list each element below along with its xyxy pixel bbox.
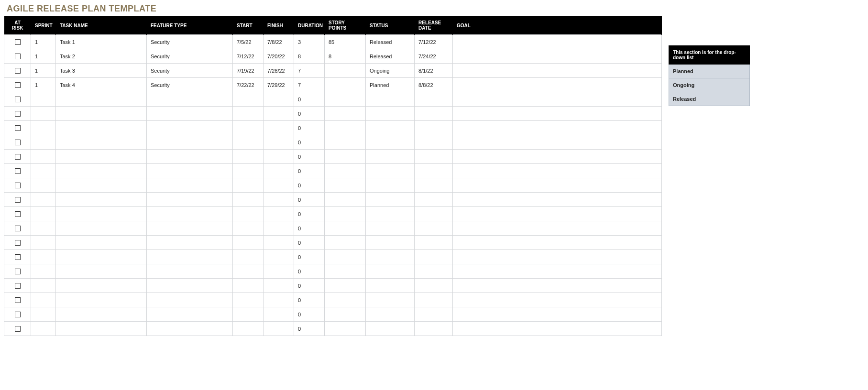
cell-task-name[interactable]: [56, 250, 147, 264]
cell-goal[interactable]: [453, 92, 662, 107]
cell-sprint[interactable]: [31, 264, 56, 279]
cell-at-risk[interactable]: [4, 207, 31, 221]
checkbox-icon[interactable]: [15, 240, 21, 246]
cell-finish[interactable]: [264, 236, 294, 250]
cell-at-risk[interactable]: [4, 221, 31, 236]
cell-duration[interactable]: 0: [294, 264, 325, 279]
cell-task-name[interactable]: [56, 279, 147, 293]
cell-story-points[interactable]: [325, 121, 366, 135]
cell-sprint[interactable]: [31, 121, 56, 135]
cell-finish[interactable]: [264, 279, 294, 293]
cell-feature-type[interactable]: [147, 92, 233, 107]
cell-feature-type[interactable]: [147, 307, 233, 322]
cell-goal[interactable]: [453, 107, 662, 121]
cell-story-points[interactable]: [325, 164, 366, 178]
cell-duration[interactable]: 0: [294, 150, 325, 164]
cell-status[interactable]: [366, 236, 415, 250]
cell-sprint[interactable]: [31, 279, 56, 293]
cell-story-points[interactable]: [325, 322, 366, 336]
cell-start[interactable]: [233, 307, 264, 322]
checkbox-icon[interactable]: [15, 154, 21, 160]
cell-start[interactable]: [233, 107, 264, 121]
cell-release-date[interactable]: [415, 92, 453, 107]
cell-finish[interactable]: 7/20/22: [264, 49, 294, 64]
cell-release-date[interactable]: [415, 207, 453, 221]
cell-status[interactable]: [366, 107, 415, 121]
cell-feature-type[interactable]: Security: [147, 35, 233, 49]
cell-start[interactable]: [233, 279, 264, 293]
checkbox-icon[interactable]: [15, 283, 21, 289]
cell-release-date[interactable]: [415, 164, 453, 178]
cell-start[interactable]: [233, 135, 264, 150]
cell-duration[interactable]: 8: [294, 49, 325, 64]
cell-release-date[interactable]: [415, 293, 453, 307]
cell-start[interactable]: [233, 207, 264, 221]
cell-goal[interactable]: [453, 322, 662, 336]
checkbox-icon[interactable]: [15, 39, 21, 45]
cell-status[interactable]: [366, 307, 415, 322]
cell-status[interactable]: [366, 293, 415, 307]
cell-at-risk[interactable]: [4, 293, 31, 307]
cell-story-points[interactable]: [325, 92, 366, 107]
cell-finish[interactable]: [264, 164, 294, 178]
cell-release-date[interactable]: [415, 250, 453, 264]
cell-at-risk[interactable]: [4, 164, 31, 178]
cell-status[interactable]: Released: [366, 35, 415, 49]
checkbox-icon[interactable]: [15, 97, 21, 102]
cell-task-name[interactable]: [56, 164, 147, 178]
cell-story-points[interactable]: [325, 264, 366, 279]
cell-duration[interactable]: 0: [294, 236, 325, 250]
cell-at-risk[interactable]: [4, 178, 31, 193]
cell-status[interactable]: [366, 150, 415, 164]
cell-task-name[interactable]: [56, 236, 147, 250]
cell-sprint[interactable]: [31, 293, 56, 307]
cell-goal[interactable]: [453, 250, 662, 264]
cell-story-points[interactable]: [325, 135, 366, 150]
cell-duration[interactable]: 0: [294, 92, 325, 107]
cell-finish[interactable]: [264, 264, 294, 279]
checkbox-icon[interactable]: [15, 312, 21, 317]
cell-sprint[interactable]: [31, 193, 56, 207]
checkbox-icon[interactable]: [15, 183, 21, 188]
checkbox-icon[interactable]: [15, 211, 21, 217]
cell-sprint[interactable]: [31, 322, 56, 336]
cell-goal[interactable]: [453, 49, 662, 64]
cell-feature-type[interactable]: [147, 207, 233, 221]
cell-duration[interactable]: 0: [294, 121, 325, 135]
cell-feature-type[interactable]: [147, 250, 233, 264]
checkbox-icon[interactable]: [15, 111, 21, 117]
cell-goal[interactable]: [453, 307, 662, 322]
cell-story-points[interactable]: [325, 107, 366, 121]
cell-start[interactable]: [233, 193, 264, 207]
cell-feature-type[interactable]: Security: [147, 49, 233, 64]
cell-feature-type[interactable]: [147, 279, 233, 293]
cell-goal[interactable]: [453, 135, 662, 150]
cell-story-points[interactable]: [325, 250, 366, 264]
cell-release-date[interactable]: [415, 178, 453, 193]
cell-at-risk[interactable]: [4, 64, 31, 78]
cell-sprint[interactable]: [31, 250, 56, 264]
cell-goal[interactable]: [453, 264, 662, 279]
cell-task-name[interactable]: Task 4: [56, 78, 147, 92]
checkbox-icon[interactable]: [15, 140, 21, 145]
cell-status[interactable]: [366, 207, 415, 221]
cell-release-date[interactable]: 8/8/22: [415, 78, 453, 92]
cell-feature-type[interactable]: [147, 150, 233, 164]
cell-sprint[interactable]: 1: [31, 78, 56, 92]
cell-start[interactable]: [233, 322, 264, 336]
checkbox-icon[interactable]: [15, 125, 21, 131]
cell-duration[interactable]: 0: [294, 164, 325, 178]
cell-sprint[interactable]: [31, 107, 56, 121]
cell-at-risk[interactable]: [4, 49, 31, 64]
cell-finish[interactable]: [264, 107, 294, 121]
cell-task-name[interactable]: Task 3: [56, 64, 147, 78]
cell-task-name[interactable]: [56, 150, 147, 164]
cell-finish[interactable]: [264, 307, 294, 322]
cell-release-date[interactable]: 7/24/22: [415, 49, 453, 64]
checkbox-icon[interactable]: [15, 168, 21, 174]
cell-status[interactable]: [366, 250, 415, 264]
cell-status[interactable]: [366, 121, 415, 135]
cell-duration[interactable]: 0: [294, 221, 325, 236]
cell-start[interactable]: [233, 293, 264, 307]
cell-task-name[interactable]: [56, 193, 147, 207]
